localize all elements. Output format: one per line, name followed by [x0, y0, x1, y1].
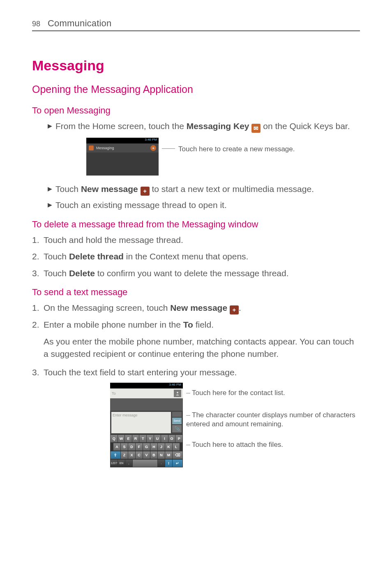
- keyboard-key[interactable]: W: [118, 435, 125, 442]
- heading-open-messaging: To open Messaging: [32, 105, 360, 116]
- keyboard-row-1: QWERTYUIOP: [110, 435, 183, 443]
- keyboard-key[interactable]: EN: [118, 460, 125, 467]
- heading-delete-thread: To delete a message thread from the Mess…: [32, 219, 360, 230]
- keyboard-key[interactable]: V: [143, 451, 150, 459]
- bold-text: Delete thread: [69, 252, 124, 261]
- text: Touch and hold the message thread.: [44, 234, 360, 246]
- keyboard-key[interactable]: G: [143, 443, 150, 451]
- step-2-paragraph: As you enter the mobile phone number, ma…: [44, 335, 360, 361]
- callout-connector: [162, 148, 175, 149]
- callout-connector: [186, 415, 190, 416]
- keyboard-row-3: ⇧ZXCVBNM⌫: [110, 451, 183, 459]
- keyboard-key[interactable]: R: [132, 435, 139, 442]
- person-icon: [175, 391, 180, 395]
- keyboard-key[interactable]: A: [113, 443, 120, 451]
- screenshot-compose: 3:46 PM To Enter message Send 📎 QWERTYUI…: [110, 383, 360, 467]
- keyboard-key[interactable]: F: [136, 443, 143, 451]
- app-title-text: Messaging: [96, 146, 150, 150]
- keyboard-key[interactable]: T: [139, 435, 146, 442]
- bullet-existing-thread: ▶ Touch an existing message thread to op…: [48, 199, 360, 211]
- step-number: 2.: [32, 250, 44, 263]
- text: to start a new text or multimedia messag…: [150, 184, 314, 194]
- contact-list-button[interactable]: [174, 390, 181, 397]
- heading-send-text: To send a text message: [32, 287, 360, 298]
- status-bar: 3:46 PM: [86, 138, 159, 143]
- bullet-new-message: ▶ Touch New message + to start a new tex…: [48, 183, 360, 196]
- text: Touch: [44, 268, 69, 278]
- keyboard-row-2: ASDFGHJKL: [110, 443, 183, 451]
- message-input[interactable]: Enter message: [111, 412, 171, 433]
- keyboard-key[interactable]: J: [158, 443, 165, 451]
- keyboard-key[interactable]: I: [161, 435, 168, 442]
- keyboard-key[interactable]: L: [173, 443, 180, 451]
- text: Touch: [55, 184, 81, 194]
- keyboard-key[interactable]: 123?: [111, 460, 118, 467]
- keyboard-key[interactable]: !: [165, 460, 172, 467]
- step-number: 1.: [32, 302, 44, 314]
- text: Enter a mobile phone number in the: [44, 320, 183, 329]
- message-area: Enter message Send 📎: [110, 411, 183, 435]
- status-bar: 3:46 PM: [110, 383, 183, 388]
- step-number: 1.: [32, 234, 44, 246]
- keyboard-key[interactable]: Z: [121, 451, 128, 459]
- keyboard-key[interactable]: B: [150, 451, 157, 459]
- keyboard-key[interactable]: M: [165, 451, 172, 459]
- attach-button[interactable]: 📎: [172, 425, 182, 432]
- keyboard-key[interactable]: P: [175, 435, 182, 442]
- keyboard-key[interactable]: N: [158, 451, 165, 459]
- keyboard-key[interactable]: E: [125, 435, 132, 442]
- keyboard-key[interactable]: Y: [147, 435, 154, 442]
- keyboard-key[interactable]: [133, 460, 157, 467]
- section-header: Communication: [48, 18, 111, 29]
- keyboard-key[interactable]: ↵: [173, 460, 182, 467]
- screenshot-messaging-list: 3:46 PM Messaging + Touch here to create…: [86, 138, 360, 176]
- keyboard-key[interactable]: ,: [125, 460, 132, 467]
- spacer: [110, 398, 183, 411]
- step-2: 2. Touch Delete thread in the Context me…: [32, 250, 360, 263]
- keyboard-key[interactable]: C: [136, 451, 143, 459]
- step-number: 2.: [32, 319, 44, 331]
- bullet-arrow-icon: ▶: [48, 183, 52, 194]
- keyboard-key[interactable]: Q: [111, 435, 118, 442]
- keyboard-key[interactable]: D: [128, 443, 135, 451]
- bullet-from-home: ▶ From the Home screen, touch the Messag…: [48, 120, 360, 133]
- app-titlebar: Messaging +: [86, 143, 159, 153]
- new-message-button[interactable]: +: [150, 145, 156, 151]
- keyboard: QWERTYUIOP ASDFGHJKL ⇧ZXCVBNM⌫ 123?EN,.!…: [110, 435, 183, 467]
- step-1: 1. On the Messaging screen, touch New me…: [32, 302, 360, 314]
- phone-mock: 3:46 PM Messaging +: [86, 138, 159, 176]
- annotations: Touch here for the contact list. The cha…: [186, 383, 360, 449]
- bullet-arrow-icon: ▶: [48, 199, 52, 210]
- step-3: 3. Touch Delete to confirm you want to d…: [32, 267, 360, 280]
- step-3: 3. Touch the text field to start enterin…: [32, 366, 360, 379]
- keyboard-key[interactable]: U: [154, 435, 161, 442]
- text: Touch an existing message thread to open…: [55, 199, 227, 211]
- callout-attach: Touch here to attach the files.: [192, 441, 283, 448]
- text: .: [239, 303, 241, 312]
- text: From the Home screen, touch the: [55, 121, 187, 131]
- text: field.: [193, 320, 214, 329]
- subsection-title: Opening the Messaging Application: [32, 83, 360, 95]
- keyboard-key[interactable]: K: [165, 443, 172, 451]
- step-number: 3.: [32, 267, 44, 280]
- messaging-app-icon: [89, 146, 94, 150]
- step-number: 3.: [32, 366, 44, 379]
- keyboard-key[interactable]: .: [158, 460, 165, 467]
- new-message-icon: +: [230, 305, 239, 314]
- text: on the Quick Keys bar.: [261, 121, 350, 131]
- backspace-key[interactable]: ⌫: [173, 451, 182, 459]
- messaging-key-icon: ✉: [251, 124, 261, 133]
- keyboard-key[interactable]: X: [128, 451, 135, 459]
- keyboard-key[interactable]: O: [168, 435, 175, 442]
- send-button[interactable]: Send: [172, 418, 182, 424]
- phone-mock: 3:46 PM To Enter message Send 📎 QWERTYUI…: [110, 383, 183, 467]
- shift-key[interactable]: ⇧: [111, 451, 120, 459]
- text: to confirm you want to delete the messag…: [95, 268, 289, 278]
- bold-text: New message: [81, 184, 138, 194]
- svg-point-0: [177, 392, 178, 393]
- keyboard-key[interactable]: S: [121, 443, 128, 451]
- to-field[interactable]: To: [110, 388, 183, 398]
- bullet-arrow-icon: ▶: [48, 120, 52, 132]
- keyboard-key[interactable]: H: [150, 443, 157, 451]
- bold-text: Delete: [69, 268, 95, 278]
